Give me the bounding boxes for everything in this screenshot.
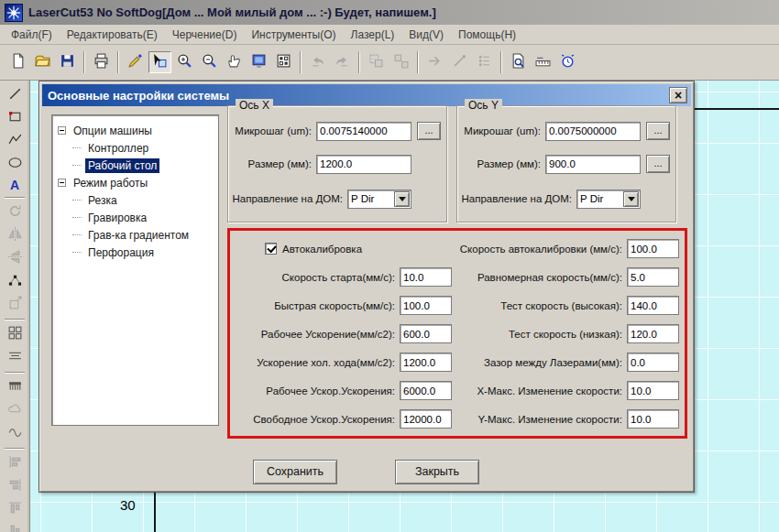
zoom-in-icon (177, 53, 192, 72)
tree-item-worktable[interactable]: Рабочий стол (56, 157, 214, 174)
text-tool-button[interactable]: A (4, 177, 26, 193)
align-right-icon (7, 477, 23, 496)
menu-edit[interactable]: Редактировать(E) (60, 27, 165, 43)
collapse-icon[interactable] (58, 126, 66, 135)
chevron-down-icon[interactable] (623, 191, 639, 207)
mirror-vertical-icon (7, 249, 23, 268)
size-y-more-button[interactable]: ... (646, 155, 670, 173)
select-tool-button[interactable] (148, 51, 171, 73)
toolbar-separator (83, 51, 85, 73)
menu-file[interactable]: Файл(F) (4, 27, 60, 43)
chevron-down-icon[interactable] (394, 191, 410, 207)
ruler-button[interactable] (532, 51, 554, 73)
rotate-button (4, 202, 26, 223)
microstep-y-input[interactable] (545, 122, 641, 141)
menu-help[interactable]: Помощь(H) (451, 27, 523, 43)
uniform-speed-input[interactable] (627, 267, 679, 287)
new-file-button[interactable] (6, 51, 29, 73)
collapse-icon[interactable] (58, 179, 66, 187)
dialog-close-button[interactable]: × (669, 87, 687, 103)
open-folder-icon (35, 53, 50, 72)
menu-view[interactable]: Вид(V) (401, 27, 451, 43)
microstep-x-more-button[interactable]: ... (417, 122, 441, 140)
window-titlebar[interactable]: LaserCut53 No SoftDog[Дом ... Мой милый … (0, 0, 779, 25)
line-tool-button[interactable] (4, 85, 26, 106)
pan-button[interactable] (223, 51, 246, 73)
microstep-x-label: Микрошаг (um): (232, 125, 316, 136)
size-x-input[interactable] (316, 155, 411, 174)
fast-speed-input[interactable] (400, 296, 452, 315)
zoom-in-button[interactable] (173, 51, 196, 73)
menu-laser[interactable]: Лазер(L) (344, 27, 402, 43)
work-acceleration-input[interactable] (400, 324, 452, 343)
toolbar-separator (5, 319, 25, 320)
ungroup-button (390, 51, 412, 73)
free-jerk-label: Свободное Ускор.Ускорения: (234, 414, 400, 425)
polyline-icon (7, 132, 23, 151)
brush-tool-button[interactable] (124, 51, 147, 73)
align-right-button (4, 476, 26, 497)
redo-button (331, 51, 354, 73)
array-copy-icon (7, 325, 23, 344)
menu-draw[interactable]: Черчение(D) (165, 27, 245, 43)
size-y-input[interactable] (545, 155, 641, 174)
align-lines-button[interactable] (4, 347, 26, 368)
rectangle-tool-button[interactable] (4, 108, 26, 129)
array-copy-button[interactable] (4, 324, 26, 345)
timer-button[interactable] (556, 51, 579, 73)
work-jerk-input[interactable] (400, 381, 452, 400)
test-speed-high-input[interactable] (627, 296, 679, 315)
save-settings-button[interactable]: Сохранить (253, 460, 337, 484)
hatch-fill-button[interactable] (4, 377, 26, 398)
autocalibration-speed-input[interactable] (627, 239, 679, 258)
fit-screen-button[interactable] (247, 51, 270, 73)
tree-item-gradient-engraving[interactable]: Грав-ка градиентом (56, 226, 214, 244)
rectangle-icon (7, 109, 23, 128)
open-file-button[interactable] (31, 51, 54, 73)
curve-button[interactable] (4, 423, 26, 444)
test-speed-low-input[interactable] (627, 324, 679, 343)
tree-item-machine-options[interactable]: Опции машины (56, 122, 214, 139)
axis-x-legend: Ось X (236, 99, 273, 112)
home-direction-x-select[interactable]: P Dir (347, 190, 411, 209)
free-jerk-input[interactable] (400, 409, 452, 429)
preview-button[interactable] (507, 51, 530, 73)
menu-tools[interactable]: Инструменты(O) (244, 27, 343, 43)
ellipse-tool-button[interactable] (4, 154, 26, 175)
tree-item-cutting[interactable]: Резка (56, 191, 214, 209)
x-max-speed-change-input[interactable] (627, 381, 679, 400)
node-edit-icon (7, 272, 23, 291)
node-edit-button[interactable] (4, 271, 26, 292)
toolbar-separator (5, 197, 25, 199)
node-list-button (473, 51, 496, 73)
save-button[interactable] (56, 51, 79, 73)
grid-view-button[interactable] (272, 51, 295, 73)
tree-item-engraving[interactable]: Гравировка (56, 209, 214, 226)
laser-gap-input[interactable] (627, 353, 679, 372)
pen-line-icon (452, 53, 467, 72)
save-icon (60, 53, 75, 72)
idle-acceleration-input[interactable] (400, 353, 452, 372)
align-left-icon (7, 454, 23, 473)
microstep-y-more-button[interactable]: ... (646, 122, 670, 140)
start-speed-input[interactable] (400, 267, 452, 287)
dots-list-icon (477, 53, 492, 72)
close-icon: × (675, 89, 682, 102)
redo-icon (335, 53, 350, 72)
work-jerk-label: Рабочее Ускор.Ускорения: (234, 385, 400, 396)
tree-item-work-modes[interactable]: Режим работы (56, 174, 214, 191)
tree-item-controller[interactable]: Контроллер (56, 139, 214, 157)
tree-item-perforation[interactable]: Перфорация (56, 244, 214, 261)
close-dialog-button[interactable]: Закрыть (395, 460, 479, 484)
polyline-tool-button[interactable] (4, 131, 26, 152)
home-direction-y-select[interactable]: P Dir (576, 190, 641, 209)
autocalibration-checkbox[interactable] (265, 243, 277, 255)
microstep-x-input[interactable] (316, 122, 411, 141)
zoom-out-button[interactable] (198, 51, 221, 73)
y-max-speed-change-input[interactable] (627, 409, 679, 429)
group-button (365, 51, 388, 73)
print-button[interactable] (90, 51, 113, 73)
toolbar-separator (417, 51, 419, 73)
dialog-titlebar[interactable]: Основные настройки системы × (42, 84, 691, 106)
ruler-value-label: 30 (120, 497, 136, 513)
